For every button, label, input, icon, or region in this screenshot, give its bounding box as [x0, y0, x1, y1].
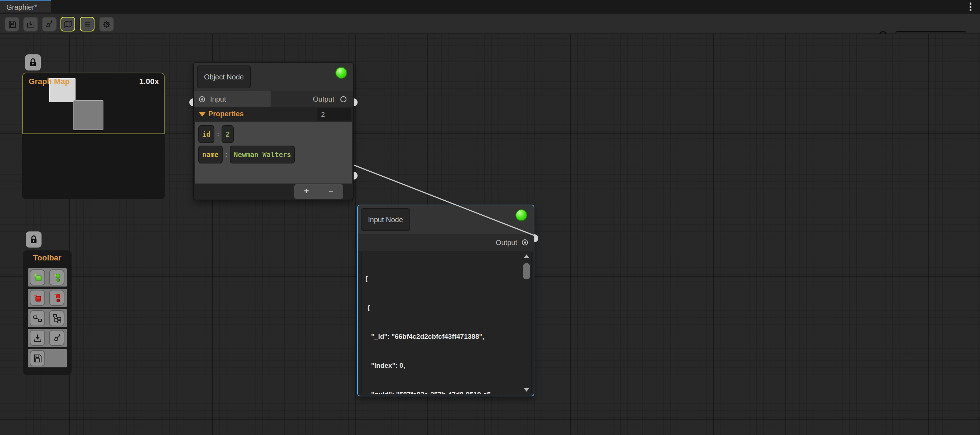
load-button[interactable]: [23, 17, 38, 32]
object-node-input-toggle[interactable]: Input: [194, 91, 270, 107]
import-icon: [32, 333, 43, 343]
json-text: [ { "_id": "66bf4c2d2cbfcf43ff471388", "…: [366, 254, 520, 394]
status-led-icon: [336, 67, 347, 79]
remove-node-button[interactable]: [30, 290, 45, 306]
property-row: id : 2: [198, 125, 234, 143]
property-key-field[interactable]: id: [198, 125, 215, 143]
settings-icon: [102, 19, 112, 29]
property-row: name : Newman Walters: [198, 146, 295, 164]
properties-label: Properties: [208, 110, 244, 118]
toolbar-row: [28, 309, 67, 327]
toolbar-row: [28, 289, 67, 307]
property-add-remove-group: + −: [294, 184, 343, 199]
add-property-button[interactable]: +: [294, 184, 319, 199]
save-icon: [7, 19, 17, 29]
list-toggle-button[interactable]: [80, 17, 94, 32]
window-tab[interactable]: Graphier*: [0, 0, 51, 13]
colon-separator: :: [225, 151, 227, 159]
kebab-menu-icon[interactable]: [970, 3, 971, 11]
remove-child-node-icon: [51, 293, 62, 303]
vertical-scrollbar[interactable]: [523, 253, 530, 393]
graphier-window: Graphier*: [0, 0, 980, 435]
clean-icon: [51, 333, 62, 343]
remove-node-icon: [32, 293, 43, 303]
toolbar-row: [28, 329, 67, 347]
object-node-title: Object Node: [204, 73, 244, 81]
graph-map-title: Graph Map: [29, 77, 70, 86]
remove-property-button[interactable]: −: [319, 184, 344, 199]
output-label: Output: [313, 91, 334, 107]
graph-map-lock-button[interactable]: [25, 54, 41, 70]
input-node-title: Input Node: [368, 216, 403, 224]
map-icon: [63, 19, 73, 29]
radio-unselected-icon: [340, 96, 347, 102]
input-node-header[interactable]: Input Node: [358, 205, 534, 234]
properties-body: id : 2 name : Newman Walters: [195, 122, 352, 185]
colon-separator: :: [217, 130, 219, 138]
properties-count: 2: [317, 108, 351, 121]
list-icon: [82, 19, 92, 29]
property-key-field[interactable]: name: [198, 146, 223, 164]
lock-icon: [29, 235, 38, 245]
map-toggle-button[interactable]: [60, 17, 75, 32]
input-node-io-row: Output: [358, 234, 534, 251]
input-label: Input: [210, 91, 226, 107]
remove-child-node-button[interactable]: [49, 290, 64, 306]
main-toolbar: [0, 14, 980, 34]
save-button-panel[interactable]: [30, 350, 45, 366]
radio-selected-icon: [522, 239, 528, 245]
titlebar: Graphier*: [0, 0, 980, 14]
graph-map-zoom-level: 1.00x: [139, 77, 159, 86]
collapse-triangle-icon[interactable]: [199, 112, 205, 117]
scroll-up-icon[interactable]: [524, 254, 529, 258]
add-child-node-button[interactable]: [49, 269, 64, 286]
graph-map-node-thumb-object: [73, 100, 103, 130]
status-led-icon: [515, 209, 527, 221]
json-editor[interactable]: [ { "_id": "66bf4c2d2cbfcf43ff471388", "…: [361, 252, 531, 394]
object-node[interactable]: Object Node Input Output Properties 2 id…: [193, 62, 354, 200]
tree-layout-icon: [51, 313, 62, 324]
add-node-icon: [32, 272, 43, 283]
input-node-output-toggle[interactable]: Output: [448, 234, 534, 251]
add-child-node-icon: [51, 272, 62, 283]
save-icon: [32, 353, 43, 364]
add-node-button[interactable]: [30, 269, 45, 286]
link-nodes-icon: [32, 313, 43, 324]
object-node-title-tab[interactable]: Object Node: [197, 65, 251, 88]
scroll-down-icon[interactable]: [524, 388, 529, 392]
toolbar-row: [28, 349, 67, 367]
window-tab-label: Graphier*: [6, 3, 37, 11]
toolbar-row: [28, 268, 67, 287]
radio-selected-icon: [199, 96, 205, 102]
object-node-footer: + −: [194, 184, 353, 200]
link-nodes-button[interactable]: [30, 310, 45, 326]
graph-map-panel: Graph Map 1.00x: [22, 73, 165, 199]
save-button[interactable]: [5, 17, 19, 32]
load-icon: [26, 19, 36, 29]
input-node-title-tab[interactable]: Input Node: [361, 208, 410, 231]
settings-button[interactable]: [99, 17, 114, 32]
toolbar-lock-button[interactable]: [26, 232, 41, 248]
clean-button[interactable]: [42, 17, 57, 32]
object-node-output-toggle[interactable]: Output: [269, 91, 353, 107]
scrollbar-thumb[interactable]: [523, 263, 530, 279]
clean-button-panel[interactable]: [49, 330, 64, 346]
toolbar-panel-title: Toolbar: [23, 253, 72, 263]
object-node-header[interactable]: Object Node: [194, 63, 353, 91]
tree-layout-button[interactable]: [49, 310, 64, 326]
output-label: Output: [496, 234, 517, 251]
toolbar-panel: Toolbar: [23, 251, 72, 375]
property-value-field[interactable]: 2: [221, 125, 233, 143]
lock-icon: [28, 57, 38, 68]
input-node[interactable]: Input Node Output [ { "_id": "66bf4c2d2c…: [357, 205, 535, 396]
import-button[interactable]: [30, 330, 45, 346]
property-value-field[interactable]: Newman Walters: [230, 146, 295, 164]
clean-icon: [45, 19, 54, 29]
object-node-io-row: Input Output: [194, 91, 353, 107]
properties-header[interactable]: Properties 2: [194, 107, 353, 122]
